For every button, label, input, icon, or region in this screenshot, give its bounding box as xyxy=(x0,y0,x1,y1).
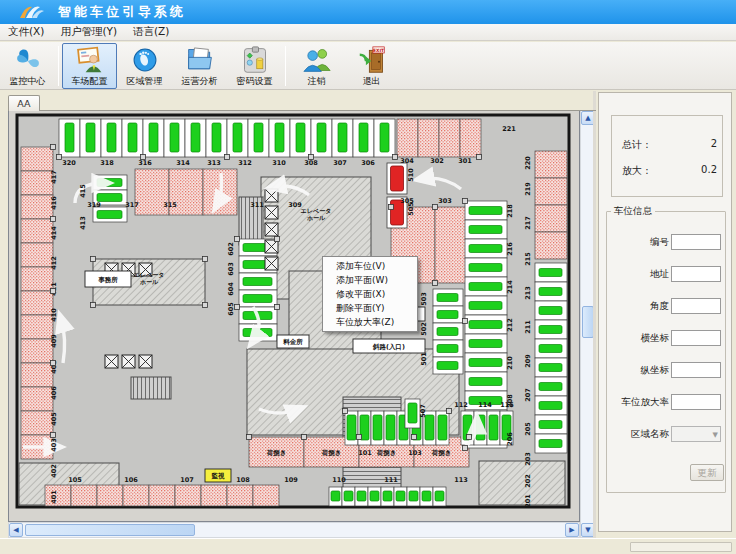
parking-stall-occupied[interactable] xyxy=(149,485,175,506)
stall-address-input[interactable] xyxy=(671,266,721,282)
wall-node-handle[interactable] xyxy=(309,155,314,160)
wall-node-handle[interactable] xyxy=(57,155,62,160)
horizontal-scroll-thumb[interactable] xyxy=(25,524,195,536)
parking-stall-occupied[interactable] xyxy=(175,485,201,506)
parking-stall-occupied[interactable] xyxy=(21,147,53,171)
toolbar-operation-analysis-button[interactable]: 运营分析 xyxy=(172,43,227,89)
floor-plan: 荷捌き荷捌き荷捌き荷捌き事務所受付A棟料金所斜路(出口)斜路(入口)監視エレベー… xyxy=(9,111,579,522)
parking-stall-occupied[interactable] xyxy=(21,171,53,195)
car-glyph xyxy=(539,440,562,448)
wall-node-handle[interactable] xyxy=(477,155,482,160)
toolbar-exit-button[interactable]: EXIT 退出 xyxy=(344,43,399,89)
parking-stall-occupied[interactable] xyxy=(418,119,439,157)
toolbar-lot-config-button[interactable]: 车场配置 xyxy=(62,43,117,89)
stall-number-label: 310 xyxy=(272,159,286,167)
update-button[interactable]: 更新 xyxy=(690,464,724,481)
toolbar-area-manage-button[interactable]: 区域管理 xyxy=(117,43,172,89)
wall-node-handle[interactable] xyxy=(91,303,96,308)
stall-zoom-ratio-label: 车位放大率 xyxy=(622,396,670,409)
parking-stall-occupied[interactable] xyxy=(397,119,418,157)
wall-node-handle[interactable] xyxy=(447,409,452,414)
wall-node-handle[interactable] xyxy=(275,237,280,242)
parking-stall-occupied[interactable] xyxy=(97,485,123,506)
wall-node-handle[interactable] xyxy=(412,435,417,440)
wall-node-handle[interactable] xyxy=(91,257,96,262)
wall-node-handle[interactable] xyxy=(463,319,468,324)
stall-y-coord-input[interactable] xyxy=(671,362,721,378)
context-menu-edit-plane[interactable]: 修改平面(X) xyxy=(323,287,417,301)
parking-stall-occupied[interactable] xyxy=(535,232,567,259)
stall-number-label: 301 xyxy=(458,157,472,165)
parking-stall-occupied[interactable] xyxy=(21,219,53,243)
wall-node-handle[interactable] xyxy=(51,289,56,294)
wall-node-handle[interactable] xyxy=(302,435,307,440)
wall-node-handle[interactable] xyxy=(357,435,362,440)
wall-node-handle[interactable] xyxy=(235,305,240,310)
map-horizontal-scrollbar[interactable]: ◀ ▶ xyxy=(8,522,580,538)
toolbar-logout-button[interactable]: 注销 xyxy=(289,43,344,89)
region-name-select[interactable]: ▼ xyxy=(671,426,721,442)
context-menu-delete-plane[interactable]: 删除平面(Y) xyxy=(323,301,417,315)
wall-node-handle[interactable] xyxy=(203,303,208,308)
parking-map-canvas[interactable]: 荷捌き荷捌き荷捌き荷捌き事務所受付A棟料金所斜路(出口)斜路(入口)監視エレベー… xyxy=(8,110,580,522)
wall-node-handle[interactable] xyxy=(51,433,56,438)
parking-stall-occupied[interactable] xyxy=(21,195,53,219)
wall-node-handle[interactable] xyxy=(275,305,280,310)
parking-stall-occupied[interactable] xyxy=(535,151,567,178)
scroll-left-icon[interactable]: ◀ xyxy=(9,523,23,537)
scroll-right-icon[interactable]: ▶ xyxy=(565,523,579,537)
wall-node-handle[interactable] xyxy=(343,409,348,414)
parking-stall-occupied[interactable] xyxy=(21,315,53,339)
stall-info-title: 车位信息 xyxy=(611,205,655,218)
car-glyph xyxy=(254,123,263,152)
parking-stall-occupied[interactable] xyxy=(21,291,53,315)
wall-node-handle[interactable] xyxy=(203,257,208,262)
parking-stall-occupied[interactable] xyxy=(71,485,97,506)
parking-stall-occupied[interactable] xyxy=(227,485,253,506)
stall-x-coord-input[interactable] xyxy=(671,330,721,346)
panel-splitter[interactable] xyxy=(593,91,596,538)
wall-node-handle[interactable] xyxy=(247,435,252,440)
wall-node-handle[interactable] xyxy=(463,199,468,204)
context-menu-add-stall[interactable]: 添加车位(V) xyxy=(323,259,417,273)
menu-file[interactable]: 文件(X) xyxy=(0,24,52,40)
wall-node-handle[interactable] xyxy=(141,155,146,160)
wall-node-handle[interactable] xyxy=(433,205,438,210)
parking-stall-occupied[interactable] xyxy=(439,119,460,157)
menu-user-management[interactable]: 用户管理(Y) xyxy=(52,24,125,40)
parking-stall-occupied[interactable] xyxy=(45,485,71,506)
parking-stall-occupied[interactable] xyxy=(21,243,53,267)
wall-node-handle[interactable] xyxy=(463,446,468,451)
parking-stall-occupied[interactable] xyxy=(21,387,53,411)
parking-stall-occupied[interactable] xyxy=(21,363,53,387)
wall-node-handle[interactable] xyxy=(51,361,56,366)
parking-stall-occupied[interactable] xyxy=(21,339,53,363)
parking-stall-occupied[interactable] xyxy=(201,485,227,506)
toolbar-monitor-center-button[interactable]: 监控中心 xyxy=(0,43,55,89)
wall-node-handle[interactable] xyxy=(51,145,56,150)
stall-zoom-ratio-input[interactable] xyxy=(671,394,721,410)
parking-stall-occupied[interactable] xyxy=(21,267,53,291)
wall-node-handle[interactable] xyxy=(225,155,230,160)
parking-stall-occupied[interactable] xyxy=(535,205,567,232)
wall-node-handle[interactable] xyxy=(51,217,56,222)
stall-angle-input[interactable] xyxy=(671,298,721,314)
wall-node-handle[interactable] xyxy=(433,281,438,286)
menu-language[interactable]: 语言(Z) xyxy=(125,24,177,40)
stall-number-input[interactable] xyxy=(671,234,721,250)
parking-stall-occupied[interactable] xyxy=(253,485,279,506)
wall-node-handle[interactable] xyxy=(467,435,472,440)
car-glyph xyxy=(243,278,272,286)
wall-node-handle[interactable] xyxy=(235,237,240,242)
wall-node-handle[interactable] xyxy=(393,155,398,160)
parking-stall-occupied[interactable] xyxy=(535,178,567,205)
wall-node-handle[interactable] xyxy=(389,205,394,210)
floor-tab-AA[interactable]: AA xyxy=(8,95,40,111)
parking-stall-occupied[interactable] xyxy=(123,485,149,506)
context-menu-add-plane[interactable]: 添加平面(W) xyxy=(323,273,417,287)
toolbar-password-settings-button[interactable]: 密码设置 xyxy=(227,43,282,89)
context-menu-stall-zoom[interactable]: 车位放大率(Z) xyxy=(323,315,417,329)
stall-number-label: 210 xyxy=(506,356,514,370)
parking-stall-occupied[interactable] xyxy=(460,119,481,157)
parking-stall-occupied[interactable] xyxy=(21,411,53,435)
